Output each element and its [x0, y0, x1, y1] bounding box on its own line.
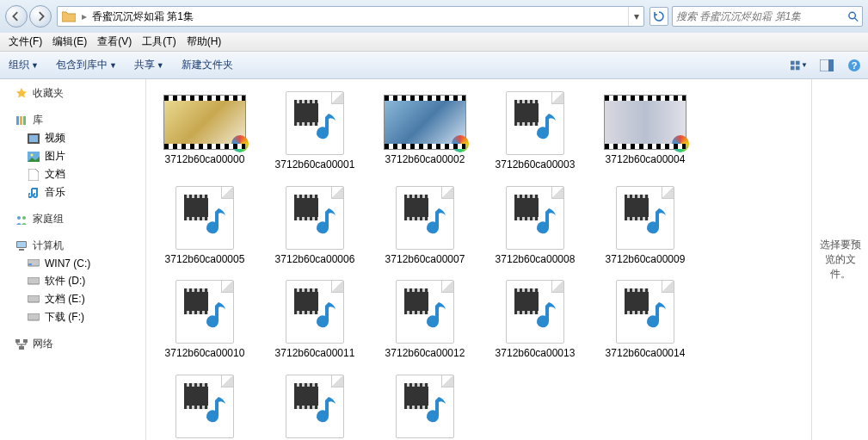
file-item[interactable]: 3712b60ca00003	[480, 91, 590, 172]
refresh-button[interactable]	[649, 7, 668, 26]
preview-pane-button[interactable]	[818, 57, 835, 74]
file-name-label: 3712b60ca00013	[496, 344, 576, 361]
file-item[interactable]: 3712b60ca00002	[370, 91, 480, 172]
media-file-icon	[387, 186, 463, 250]
nav-documents-label: 文档	[45, 167, 65, 182]
menu-help[interactable]: 帮助(H)	[182, 33, 227, 51]
nav-drive-c-label: WIN7 (C:)	[45, 257, 90, 270]
nav-network-label: 网络	[33, 337, 53, 351]
file-name-label: 3712b60ca00011	[275, 344, 355, 361]
view-options-button[interactable]: ▼	[791, 57, 808, 74]
media-file-icon	[277, 186, 353, 250]
media-file-icon	[497, 280, 573, 344]
nav-homegroup[interactable]: 家庭组	[0, 210, 145, 228]
menu-view[interactable]: 查看(V)	[92, 33, 137, 51]
menu-tools[interactable]: 工具(T)	[137, 33, 181, 51]
new-folder-label: 新建文件夹	[182, 58, 233, 72]
nav-drive-e-label: 文档 (E:)	[45, 292, 85, 307]
media-file-icon	[167, 375, 243, 438]
nav-homegroup-label: 家庭组	[33, 212, 64, 226]
menu-file[interactable]: 文件(F)	[3, 33, 47, 51]
svg-rect-2	[791, 60, 795, 65]
file-item[interactable]: 3712b60ca00012	[370, 280, 480, 361]
file-item[interactable]: 3712b60ca00014	[590, 280, 700, 361]
nav-videos[interactable]: 视频	[0, 129, 145, 147]
nav-computer[interactable]: 计算机	[0, 237, 145, 255]
search-input[interactable]	[676, 10, 847, 22]
nav-documents[interactable]: 文档	[0, 165, 145, 183]
file-item[interactable]: 3712b60ca00001	[260, 91, 370, 172]
file-name-label: 3712b60ca00005	[165, 250, 245, 267]
svg-rect-21	[19, 249, 24, 251]
main-area: 收藏夹 库 视频 图片 文档 音乐 家庭组 计算机 WIN7 (C:) 软件 (…	[0, 79, 868, 440]
nav-favorites[interactable]: 收藏夹	[0, 84, 145, 102]
drive-icon	[28, 313, 40, 322]
menu-edit[interactable]: 编辑(E)	[47, 33, 92, 51]
computer-icon	[15, 241, 28, 251]
svg-text:?: ?	[852, 60, 858, 71]
svg-rect-3	[796, 60, 800, 65]
nav-drive-c[interactable]: WIN7 (C:)	[0, 255, 145, 272]
nav-network[interactable]: 网络	[0, 335, 145, 353]
nav-drive-d[interactable]: 软件 (D:)	[0, 272, 145, 290]
network-icon	[15, 339, 28, 350]
include-in-library-button[interactable]: 包含到库中▼	[52, 56, 120, 74]
chevron-down-icon: ▼	[109, 61, 117, 70]
svg-rect-27	[15, 339, 20, 343]
file-item[interactable]: 3712b60ca00007	[370, 186, 480, 267]
breadcrumb-current[interactable]: 香蜜沉沉烬如霜 第1集	[89, 9, 197, 24]
file-item[interactable]: 3712b60ca00016	[260, 375, 370, 440]
nav-forward-button[interactable]	[29, 5, 52, 28]
file-name-label: 3712b60ca00007	[385, 250, 465, 267]
svg-rect-25	[28, 295, 40, 302]
nav-music[interactable]: 音乐	[0, 183, 145, 201]
file-item[interactable]: 3712b60ca00011	[260, 280, 370, 361]
address-bar: ▸ 香蜜沉沉烬如霜 第1集 ▾	[0, 0, 868, 33]
share-button[interactable]: 共享▼	[131, 56, 168, 74]
preview-placeholder: 选择要预览的文件。	[817, 238, 863, 281]
organize-button[interactable]: 组织▼	[5, 56, 42, 74]
picture-icon	[28, 152, 40, 162]
file-item[interactable]: 3712b60ca00006	[260, 186, 370, 267]
nav-drive-f[interactable]: 下载 (F:)	[0, 308, 145, 326]
svg-rect-29	[19, 346, 24, 350]
file-item[interactable]: 3712b60ca00000	[150, 91, 260, 172]
navigation-pane: 收藏夹 库 视频 图片 文档 音乐 家庭组 计算机 WIN7 (C:) 软件 (…	[0, 79, 146, 440]
file-item[interactable]: 3712b60ca00005	[150, 186, 260, 267]
help-icon: ?	[847, 59, 861, 72]
svg-point-0	[849, 12, 856, 19]
view-icon	[791, 59, 801, 71]
media-file-icon	[607, 186, 683, 250]
file-item[interactable]: 3712b60ca00004	[590, 91, 700, 172]
command-bar: 组织▼ 包含到库中▼ 共享▼ 新建文件夹 ▼ ?	[0, 52, 868, 79]
app-badge-icon	[452, 135, 469, 152]
file-item[interactable]: 3712b60ca00017	[370, 375, 480, 440]
media-file-icon	[497, 91, 573, 155]
file-list[interactable]: 3712b60ca000003712b60ca000013712b60ca000…	[146, 79, 811, 440]
breadcrumb-bar[interactable]: ▸ 香蜜沉沉烬如霜 第1集 ▾	[57, 6, 644, 27]
help-button[interactable]: ?	[846, 57, 863, 74]
file-name-label: 3712b60ca00004	[606, 150, 686, 167]
search-box[interactable]	[672, 6, 863, 27]
nav-drive-e[interactable]: 文档 (E:)	[0, 290, 145, 308]
media-file-icon	[497, 186, 573, 250]
nav-libraries[interactable]: 库	[0, 111, 145, 129]
nav-music-label: 音乐	[45, 185, 65, 200]
nav-pictures[interactable]: 图片	[0, 147, 145, 165]
file-item[interactable]: 3712b60ca00013	[480, 280, 590, 361]
nav-computer-label: 计算机	[33, 239, 64, 253]
nav-back-button[interactable]	[5, 5, 28, 28]
breadcrumb-dropdown-button[interactable]: ▾	[628, 7, 643, 26]
file-name-label: 3712b60ca00008	[496, 250, 576, 267]
file-item[interactable]: 3712b60ca00010	[150, 280, 260, 361]
nav-buttons	[5, 5, 53, 28]
new-folder-button[interactable]: 新建文件夹	[178, 56, 237, 74]
file-name-label: 3712b60ca00009	[606, 250, 686, 267]
svg-rect-10	[16, 116, 19, 125]
file-item[interactable]: 3712b60ca00015	[150, 375, 260, 440]
media-file-icon	[167, 186, 243, 250]
file-item[interactable]: 3712b60ca00008	[480, 186, 590, 267]
video-thumbnail	[384, 95, 466, 150]
file-item[interactable]: 3712b60ca00009	[590, 186, 700, 267]
svg-rect-23	[28, 263, 32, 265]
